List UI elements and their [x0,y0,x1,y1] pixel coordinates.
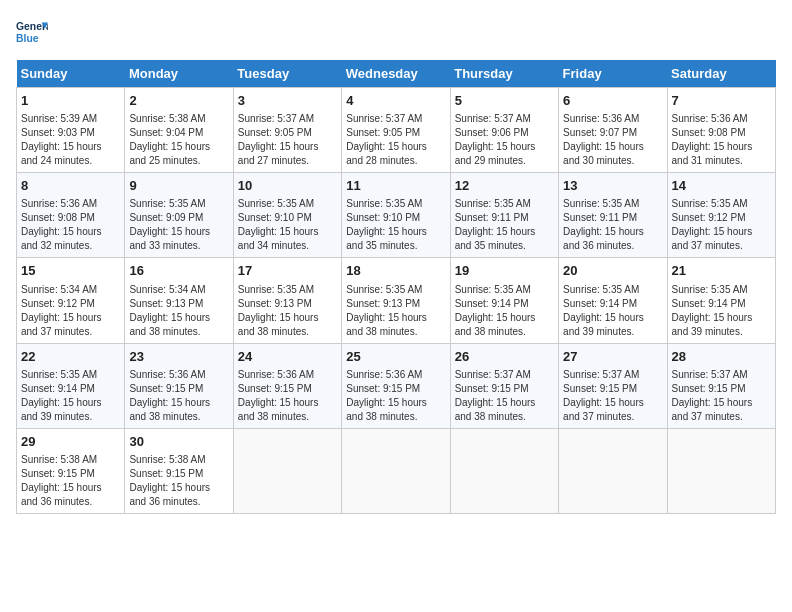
header-cell-friday: Friday [559,60,667,88]
day-cell-15: 15Sunrise: 5:34 AMSunset: 9:12 PMDayligh… [17,258,125,343]
day-number: 1 [21,92,120,110]
day-cell-8: 8Sunrise: 5:36 AMSunset: 9:08 PMDaylight… [17,173,125,258]
day-info: Sunrise: 5:35 AMSunset: 9:11 PMDaylight:… [455,197,554,253]
day-number: 5 [455,92,554,110]
day-cell-7: 7Sunrise: 5:36 AMSunset: 9:08 PMDaylight… [667,88,775,173]
day-info: Sunrise: 5:36 AMSunset: 9:15 PMDaylight:… [238,368,337,424]
day-cell-13: 13Sunrise: 5:35 AMSunset: 9:11 PMDayligh… [559,173,667,258]
day-info: Sunrise: 5:37 AMSunset: 9:05 PMDaylight:… [346,112,445,168]
header-cell-sunday: Sunday [17,60,125,88]
calendar-week-1: 1Sunrise: 5:39 AMSunset: 9:03 PMDaylight… [17,88,776,173]
day-info: Sunrise: 5:35 AMSunset: 9:10 PMDaylight:… [346,197,445,253]
day-cell-19: 19Sunrise: 5:35 AMSunset: 9:14 PMDayligh… [450,258,558,343]
day-number: 27 [563,348,662,366]
logo: General Blue [16,16,48,48]
day-info: Sunrise: 5:36 AMSunset: 9:15 PMDaylight:… [346,368,445,424]
day-info: Sunrise: 5:38 AMSunset: 9:04 PMDaylight:… [129,112,228,168]
empty-cell [559,428,667,513]
day-number: 17 [238,262,337,280]
day-cell-18: 18Sunrise: 5:35 AMSunset: 9:13 PMDayligh… [342,258,450,343]
page-header: General Blue [16,16,776,48]
header-row: SundayMondayTuesdayWednesdayThursdayFrid… [17,60,776,88]
day-number: 16 [129,262,228,280]
day-number: 22 [21,348,120,366]
day-number: 21 [672,262,771,280]
day-number: 23 [129,348,228,366]
svg-text:Blue: Blue [16,33,39,44]
day-number: 30 [129,433,228,451]
day-info: Sunrise: 5:38 AMSunset: 9:15 PMDaylight:… [21,453,120,509]
day-info: Sunrise: 5:35 AMSunset: 9:13 PMDaylight:… [346,283,445,339]
day-cell-12: 12Sunrise: 5:35 AMSunset: 9:11 PMDayligh… [450,173,558,258]
day-info: Sunrise: 5:35 AMSunset: 9:12 PMDaylight:… [672,197,771,253]
day-cell-5: 5Sunrise: 5:37 AMSunset: 9:06 PMDaylight… [450,88,558,173]
day-info: Sunrise: 5:34 AMSunset: 9:13 PMDaylight:… [129,283,228,339]
header-cell-tuesday: Tuesday [233,60,341,88]
day-cell-17: 17Sunrise: 5:35 AMSunset: 9:13 PMDayligh… [233,258,341,343]
day-cell-9: 9Sunrise: 5:35 AMSunset: 9:09 PMDaylight… [125,173,233,258]
day-cell-22: 22Sunrise: 5:35 AMSunset: 9:14 PMDayligh… [17,343,125,428]
day-number: 20 [563,262,662,280]
day-cell-27: 27Sunrise: 5:37 AMSunset: 9:15 PMDayligh… [559,343,667,428]
day-info: Sunrise: 5:35 AMSunset: 9:09 PMDaylight:… [129,197,228,253]
day-cell-20: 20Sunrise: 5:35 AMSunset: 9:14 PMDayligh… [559,258,667,343]
empty-cell [667,428,775,513]
day-cell-10: 10Sunrise: 5:35 AMSunset: 9:10 PMDayligh… [233,173,341,258]
day-number: 6 [563,92,662,110]
day-cell-23: 23Sunrise: 5:36 AMSunset: 9:15 PMDayligh… [125,343,233,428]
day-number: 14 [672,177,771,195]
day-info: Sunrise: 5:37 AMSunset: 9:15 PMDaylight:… [563,368,662,424]
day-number: 19 [455,262,554,280]
day-number: 12 [455,177,554,195]
calendar-table: SundayMondayTuesdayWednesdayThursdayFrid… [16,60,776,514]
day-number: 29 [21,433,120,451]
day-cell-2: 2Sunrise: 5:38 AMSunset: 9:04 PMDaylight… [125,88,233,173]
day-number: 8 [21,177,120,195]
day-info: Sunrise: 5:34 AMSunset: 9:12 PMDaylight:… [21,283,120,339]
header-cell-monday: Monday [125,60,233,88]
day-number: 9 [129,177,228,195]
day-number: 28 [672,348,771,366]
day-info: Sunrise: 5:35 AMSunset: 9:11 PMDaylight:… [563,197,662,253]
header-cell-wednesday: Wednesday [342,60,450,88]
day-info: Sunrise: 5:35 AMSunset: 9:14 PMDaylight:… [21,368,120,424]
day-info: Sunrise: 5:39 AMSunset: 9:03 PMDaylight:… [21,112,120,168]
day-cell-21: 21Sunrise: 5:35 AMSunset: 9:14 PMDayligh… [667,258,775,343]
day-info: Sunrise: 5:35 AMSunset: 9:10 PMDaylight:… [238,197,337,253]
header-cell-saturday: Saturday [667,60,775,88]
calendar-week-5: 29Sunrise: 5:38 AMSunset: 9:15 PMDayligh… [17,428,776,513]
day-info: Sunrise: 5:35 AMSunset: 9:14 PMDaylight:… [563,283,662,339]
day-cell-1: 1Sunrise: 5:39 AMSunset: 9:03 PMDaylight… [17,88,125,173]
day-cell-3: 3Sunrise: 5:37 AMSunset: 9:05 PMDaylight… [233,88,341,173]
day-number: 25 [346,348,445,366]
day-number: 26 [455,348,554,366]
calendar-week-3: 15Sunrise: 5:34 AMSunset: 9:12 PMDayligh… [17,258,776,343]
empty-cell [450,428,558,513]
day-info: Sunrise: 5:35 AMSunset: 9:14 PMDaylight:… [455,283,554,339]
day-number: 10 [238,177,337,195]
day-info: Sunrise: 5:37 AMSunset: 9:05 PMDaylight:… [238,112,337,168]
day-cell-29: 29Sunrise: 5:38 AMSunset: 9:15 PMDayligh… [17,428,125,513]
day-info: Sunrise: 5:38 AMSunset: 9:15 PMDaylight:… [129,453,228,509]
day-cell-14: 14Sunrise: 5:35 AMSunset: 9:12 PMDayligh… [667,173,775,258]
day-number: 15 [21,262,120,280]
day-info: Sunrise: 5:35 AMSunset: 9:14 PMDaylight:… [672,283,771,339]
day-number: 13 [563,177,662,195]
day-info: Sunrise: 5:36 AMSunset: 9:08 PMDaylight:… [21,197,120,253]
day-number: 2 [129,92,228,110]
day-number: 7 [672,92,771,110]
calendar-week-4: 22Sunrise: 5:35 AMSunset: 9:14 PMDayligh… [17,343,776,428]
day-info: Sunrise: 5:37 AMSunset: 9:15 PMDaylight:… [672,368,771,424]
day-cell-16: 16Sunrise: 5:34 AMSunset: 9:13 PMDayligh… [125,258,233,343]
day-cell-25: 25Sunrise: 5:36 AMSunset: 9:15 PMDayligh… [342,343,450,428]
day-cell-30: 30Sunrise: 5:38 AMSunset: 9:15 PMDayligh… [125,428,233,513]
empty-cell [342,428,450,513]
day-cell-24: 24Sunrise: 5:36 AMSunset: 9:15 PMDayligh… [233,343,341,428]
day-number: 4 [346,92,445,110]
day-number: 24 [238,348,337,366]
day-number: 11 [346,177,445,195]
day-number: 3 [238,92,337,110]
day-number: 18 [346,262,445,280]
logo-icon: General Blue [16,16,48,48]
day-cell-26: 26Sunrise: 5:37 AMSunset: 9:15 PMDayligh… [450,343,558,428]
